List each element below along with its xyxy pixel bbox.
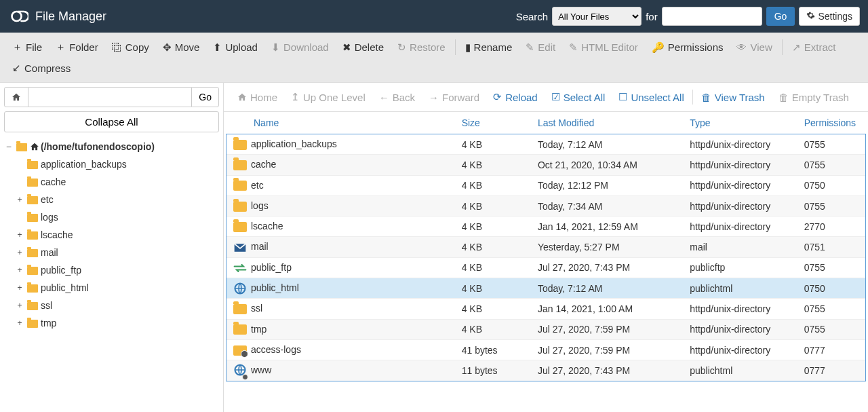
table-row[interactable]: www 11 bytes Jul 27, 2020, 7:43 PM publi… — [226, 360, 865, 381]
back-button[interactable]: ←Back — [372, 88, 422, 106]
tree-item[interactable]: +mail — [15, 244, 219, 261]
table-row[interactable]: etc 4 KB Today, 12:12 PM httpd/unix-dire… — [226, 175, 865, 195]
trash-icon: 🗑 — [778, 92, 789, 103]
restore-button[interactable]: ↻Restore — [391, 37, 452, 58]
table-row[interactable]: logs 4 KB Today, 7:34 AM httpd/unix-dire… — [226, 195, 865, 216]
eye-icon: 👁 — [736, 41, 747, 53]
tree-item-label: logs — [41, 210, 58, 225]
move-button[interactable]: ✥Move — [156, 37, 207, 58]
new-file-button[interactable]: ＋File — [5, 37, 49, 58]
cell-modified: Jul 27, 2020, 7:43 PM — [531, 360, 683, 381]
table-row[interactable]: tmp 4 KB Jul 27, 2020, 7:59 PM httpd/uni… — [226, 319, 865, 339]
collapse-toggle[interactable]: – — [4, 139, 14, 154]
upload-button[interactable]: ⬆Upload — [206, 37, 264, 58]
edit-button[interactable]: ✎Edit — [519, 37, 562, 58]
up-one-level-button[interactable]: ↥Up One Level — [284, 88, 372, 106]
forward-button[interactable]: →Forward — [422, 88, 486, 106]
col-modified[interactable]: Last Modified — [531, 112, 683, 134]
main-toolbar: ＋File ＋Folder ⿻Copy ✥Move ⬆Upload ⬇Downl… — [0, 33, 868, 83]
delete-button[interactable]: ✖Delete — [336, 37, 391, 58]
plus-icon: ＋ — [56, 41, 66, 54]
empty-trash-button[interactable]: 🗑Empty Trash — [772, 88, 856, 106]
select-all-button[interactable]: ☑Select All — [545, 88, 612, 106]
table-row[interactable]: cache 4 KB Oct 21, 2020, 10:34 AM httpd/… — [226, 155, 865, 175]
expand-toggle[interactable]: + — [15, 227, 24, 242]
expand-toggle[interactable]: + — [15, 245, 24, 260]
settings-button[interactable]: Settings — [799, 7, 860, 26]
expand-toggle[interactable]: + — [15, 192, 24, 207]
table-row[interactable]: lscache 4 KB Jan 14, 2021, 12:59 AM http… — [226, 217, 865, 237]
table-row[interactable]: ssl 4 KB Jan 14, 2021, 1:00 AM httpd/uni… — [226, 299, 865, 319]
reload-button[interactable]: ⟳Reload — [486, 88, 545, 106]
col-perms[interactable]: Permissions — [797, 112, 865, 134]
unselect-all-button[interactable]: ☐Unselect All — [612, 88, 690, 106]
tree-item[interactable]: +etc — [15, 191, 219, 208]
tree-item[interactable]: +public_html — [15, 279, 219, 297]
extract-button[interactable]: ↗Extract — [785, 37, 843, 58]
search-input[interactable] — [662, 7, 762, 26]
new-folder-button[interactable]: ＋Folder — [49, 37, 105, 58]
cell-modified: Today, 7:12 AM — [531, 278, 683, 299]
settings-label: Settings — [818, 11, 852, 22]
cell-perms: 0777 — [797, 360, 865, 381]
cell-perms: 0750 — [797, 278, 865, 299]
table-row[interactable]: public_ftp 4 KB Jul 27, 2020, 7:43 PM pu… — [226, 257, 865, 278]
tree-item[interactable]: logs — [15, 208, 219, 226]
col-name[interactable]: Name — [226, 112, 455, 134]
expand-toggle[interactable]: + — [15, 298, 24, 313]
table-row[interactable]: public_html 4 KB Today, 7:12 AM publicht… — [226, 278, 865, 299]
table-row[interactable]: mail 4 KB Yesterday, 5:27 PM mail 0751 — [226, 237, 865, 257]
folder-icon — [233, 140, 247, 150]
col-type[interactable]: Type — [683, 112, 797, 134]
folder-link-icon — [233, 345, 247, 356]
expand-toggle[interactable]: + — [15, 263, 24, 278]
rename-button[interactable]: ▮Rename — [458, 37, 519, 58]
tree-item[interactable]: +ssl — [15, 297, 219, 314]
table-row[interactable]: application_backups 4 KB Today, 7:12 AM … — [226, 134, 865, 155]
col-size[interactable]: Size — [455, 112, 531, 134]
html-editor-button[interactable]: ✎HTML Editor — [562, 37, 645, 58]
table-row[interactable]: access-logs 41 bytes Jul 27, 2020, 7:59 … — [226, 339, 865, 360]
path-input[interactable] — [28, 87, 191, 107]
tree-item-label: ssl — [41, 298, 52, 313]
tree-item[interactable]: +tmp — [15, 314, 219, 332]
view-trash-button[interactable]: 🗑View Trash — [694, 88, 772, 106]
cell-type: httpd/unix-directory — [683, 217, 797, 237]
tree-item[interactable]: +lscache — [15, 226, 219, 244]
expand-toggle[interactable]: + — [15, 280, 24, 295]
cell-name: www — [226, 360, 455, 381]
folder-icon — [27, 298, 38, 313]
tree-item[interactable]: cache — [15, 173, 219, 191]
folder-icon — [27, 316, 38, 331]
expand-toggle — [15, 210, 24, 225]
folder-icon — [27, 192, 38, 207]
expand-toggle[interactable]: + — [15, 316, 24, 331]
nav-home-button[interactable]: Home — [231, 88, 284, 106]
app-title: File Manager — [35, 10, 516, 24]
cell-perms: 0751 — [797, 237, 865, 257]
compress-button[interactable]: ↙Compress — [5, 58, 77, 78]
folder-icon — [233, 324, 247, 335]
restore-icon: ↻ — [397, 41, 406, 54]
collapse-all-button[interactable]: Collapse All — [4, 111, 219, 132]
tree-item[interactable]: +public_ftp — [15, 261, 219, 279]
tree-root[interactable]: – (/home/tufonendoscopio) — [4, 138, 219, 155]
home-path-button[interactable] — [4, 87, 28, 107]
move-icon: ✥ — [163, 41, 172, 54]
permissions-button[interactable]: 🔑Permissions — [645, 37, 730, 58]
search-scope-select[interactable]: All Your Files — [552, 7, 642, 26]
copy-button[interactable]: ⿻Copy — [105, 37, 156, 58]
search-go-button[interactable]: Go — [766, 7, 795, 26]
app-header: File Manager Search All Your Files for G… — [0, 0, 868, 33]
cell-type: publichtml — [683, 360, 797, 381]
cell-name: application_backups — [226, 134, 455, 155]
download-button[interactable]: ⬇Download — [264, 37, 336, 58]
folder-icon — [27, 280, 38, 295]
tree-item[interactable]: application_backups — [15, 155, 219, 173]
path-go-button[interactable]: Go — [191, 87, 219, 107]
view-button[interactable]: 👁View — [730, 37, 778, 58]
cell-size: 4 KB — [455, 237, 531, 257]
cell-size: 11 bytes — [455, 360, 531, 381]
rename-icon: ▮ — [465, 41, 471, 54]
folder-icon — [27, 210, 38, 225]
